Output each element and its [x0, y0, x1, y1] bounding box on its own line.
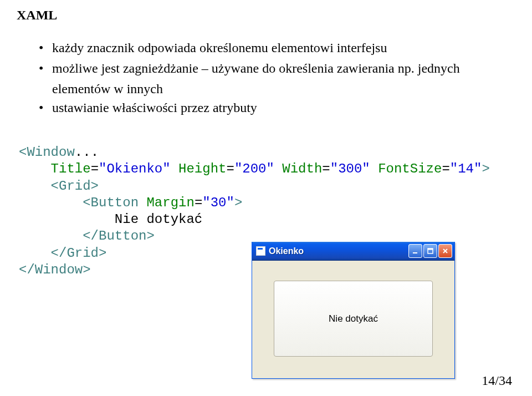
equals: =: [442, 161, 449, 176]
indent: [19, 179, 51, 194]
xaml-tag: <Grid>: [51, 179, 99, 194]
xaml-tag: <Button: [83, 195, 139, 210]
maximize-icon: [427, 247, 434, 255]
svg-rect-2: [428, 248, 433, 250]
xaml-attr: Margin: [146, 195, 194, 210]
xaml-value: "14": [450, 161, 482, 176]
xaml-attr: FontSize: [378, 161, 442, 176]
xaml-value: "300": [330, 161, 370, 176]
page-title: XAML: [17, 8, 515, 23]
bullet-list: każdy znacznik odpowiada określonemu ele…: [39, 38, 515, 78]
xaml-text: Nie dotykać: [115, 212, 202, 227]
client-area: Nie dotykać: [254, 261, 453, 377]
xaml-close: >: [234, 195, 242, 210]
bullet-item: ustawianie właściwości przez atrybuty: [39, 98, 515, 118]
xaml-tag: <Window: [19, 145, 75, 160]
titlebar[interactable]: Okienko: [252, 242, 454, 261]
xaml-ellipsis: ...: [75, 145, 99, 160]
xaml-tag: </Button>: [83, 229, 155, 243]
equals: =: [322, 161, 330, 176]
close-icon: [442, 247, 449, 255]
page-number: 14/34: [482, 373, 512, 388]
minimize-icon: [412, 247, 419, 255]
xaml-tag: </Window>: [19, 262, 91, 277]
bullet-item: każdy znacznik odpowiada określonemu ele…: [39, 38, 515, 58]
example-window: Okienko Nie dotykać: [252, 242, 455, 379]
equals: =: [226, 161, 234, 176]
xaml-value: "200": [234, 161, 274, 176]
window-title: Okienko: [269, 246, 408, 256]
xaml-value: "30": [202, 195, 234, 210]
equals: =: [195, 195, 202, 210]
xaml-close: >: [482, 161, 489, 176]
close-button[interactable]: [438, 244, 452, 258]
indent: [19, 195, 83, 210]
svg-rect-0: [413, 252, 417, 253]
minimize-button[interactable]: [408, 244, 422, 258]
xaml-attr: Width: [282, 161, 322, 176]
nie-dotykac-button[interactable]: Nie dotykać: [274, 281, 433, 357]
indent: [19, 229, 83, 243]
xaml-attr: Height: [178, 161, 226, 176]
indent: [19, 161, 51, 176]
xaml-tag: </Grid>: [51, 246, 107, 261]
bullet-item: możliwe jest zagnieżdżanie – używane do …: [39, 59, 515, 78]
indent: [19, 246, 51, 261]
maximize-button[interactable]: [423, 244, 437, 258]
xaml-value: "Okienko": [99, 161, 171, 176]
equals: =: [91, 161, 99, 176]
bullet-continuation: elementów w innych: [52, 79, 515, 99]
bullet-list: ustawianie właściwości przez atrybuty: [39, 98, 515, 118]
window-icon: [256, 246, 265, 256]
indent: [19, 212, 115, 227]
xaml-attr: Title: [51, 161, 91, 176]
space: [139, 195, 146, 210]
